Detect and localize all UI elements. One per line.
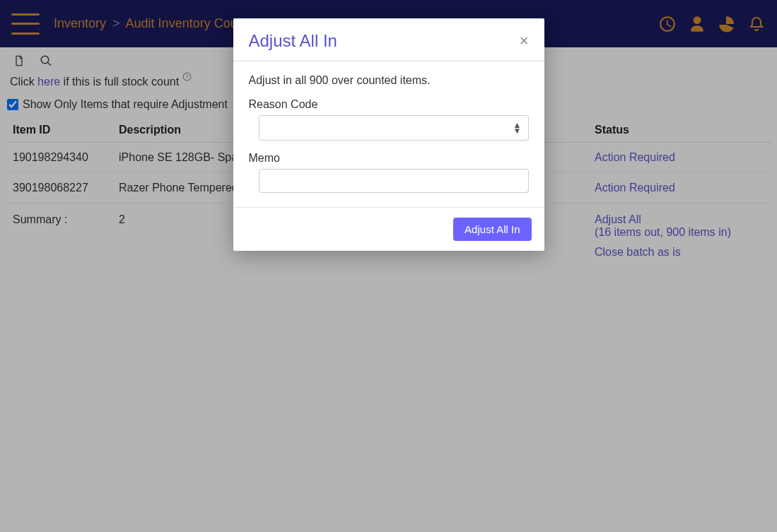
reason-code-select[interactable] — [259, 115, 529, 141]
modal-header: Adjust All In × — [233, 18, 544, 61]
memo-label: Memo — [249, 152, 529, 165]
reason-code-label: Reason Code — [249, 98, 529, 111]
modal-title: Adjust All In — [249, 31, 337, 51]
adjust-all-in-button[interactable]: Adjust All In — [453, 218, 531, 241]
close-icon[interactable]: × — [520, 33, 529, 49]
reason-code-wrap: ▲▼ — [259, 115, 529, 141]
adjust-all-in-modal: Adjust All In × Adjust in all 900 over c… — [233, 18, 544, 251]
memo-input[interactable] — [259, 169, 529, 193]
modal-footer: Adjust All In — [233, 207, 544, 251]
modal-desc: Adjust in all 900 over counted items. — [249, 74, 529, 87]
modal-overlay[interactable]: Adjust All In × Adjust in all 900 over c… — [0, 0, 777, 532]
modal-body: Adjust in all 900 over counted items. Re… — [233, 61, 544, 207]
